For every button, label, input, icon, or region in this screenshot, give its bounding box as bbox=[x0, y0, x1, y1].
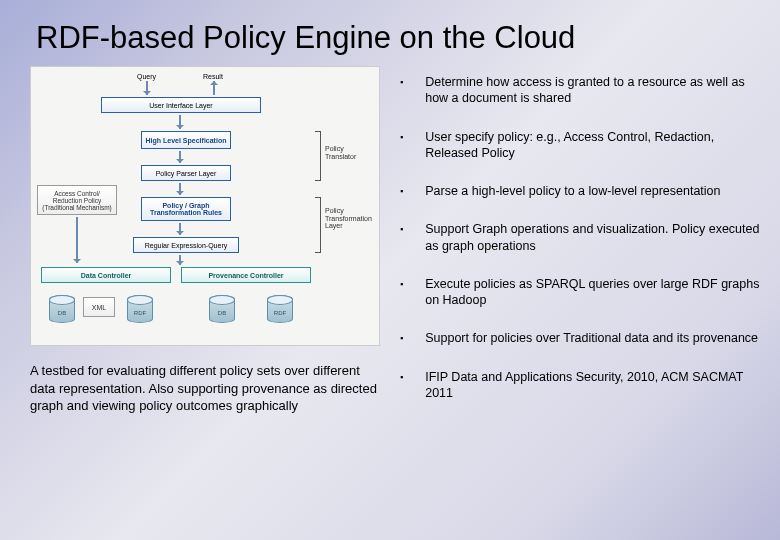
label-policy-transform: Policy Transformation Layer bbox=[325, 207, 375, 230]
content-area: Query Result User Interface Layer High L… bbox=[0, 66, 780, 423]
bullet-icon: ▪ bbox=[400, 129, 403, 162]
right-column: ▪Determine how access is granted to a re… bbox=[400, 66, 760, 423]
bracket-translator bbox=[315, 131, 321, 181]
list-item: ▪Support for policies over Traditional d… bbox=[400, 330, 760, 346]
bullet-text: IFIP Data and Applications Security, 201… bbox=[425, 369, 760, 402]
query-label: Query bbox=[137, 73, 156, 80]
arrow-hls-parser bbox=[179, 151, 181, 163]
list-item: ▪User specify policy: e.g., Access Contr… bbox=[400, 129, 760, 162]
bullet-text: Support Graph operations and visualizati… bbox=[425, 221, 760, 254]
regex-query-box: Regular Expression-Query bbox=[133, 237, 239, 253]
arrow-query bbox=[146, 81, 148, 95]
list-item: ▪Determine how access is granted to a re… bbox=[400, 74, 760, 107]
data-controller-box: Data Controller bbox=[41, 267, 171, 283]
db2-cyl: DB bbox=[209, 295, 235, 323]
bullet-text: Parse a high-level policy to a low-level… bbox=[425, 183, 720, 199]
bullet-text: Execute policies as SPARQL queries over … bbox=[425, 276, 760, 309]
ui-layer-box: User Interface Layer bbox=[101, 97, 261, 113]
bracket-transform bbox=[315, 197, 321, 253]
list-item: ▪Execute policies as SPARQL queries over… bbox=[400, 276, 760, 309]
rdf1-cyl: RDF bbox=[127, 295, 153, 323]
slide-title: RDF-based Policy Engine on the Cloud bbox=[0, 0, 780, 66]
bullet-icon: ▪ bbox=[400, 369, 403, 402]
bullet-list: ▪Determine how access is granted to a re… bbox=[400, 74, 760, 401]
list-item: ▪Parse a high-level policy to a low-leve… bbox=[400, 183, 760, 199]
bullet-icon: ▪ bbox=[400, 330, 403, 346]
policy-graph-rules-box: Policy / Graph Transformation Rules bbox=[141, 197, 231, 221]
prov-controller-box: Provenance Controller bbox=[181, 267, 311, 283]
label-policy-translator: Policy Translator bbox=[325, 145, 369, 160]
left-column: Query Result User Interface Layer High L… bbox=[30, 66, 380, 423]
db1-cyl: DB bbox=[49, 295, 75, 323]
list-item: ▪Support Graph operations and visualizat… bbox=[400, 221, 760, 254]
bullet-icon: ▪ bbox=[400, 74, 403, 107]
xml-box: XML bbox=[83, 297, 115, 317]
bullet-icon: ▪ bbox=[400, 276, 403, 309]
arrow-rules-regex bbox=[179, 223, 181, 235]
rdf2-cyl: RDF bbox=[267, 295, 293, 323]
arrow-ui-hls bbox=[179, 115, 181, 129]
list-item: ▪IFIP Data and Applications Security, 20… bbox=[400, 369, 760, 402]
arrow-parser-rules bbox=[179, 183, 181, 195]
bullet-text: User specify policy: e.g., Access Contro… bbox=[425, 129, 760, 162]
diagram-caption: A testbed for evaluating different polic… bbox=[30, 362, 380, 415]
bullet-icon: ▪ bbox=[400, 183, 403, 199]
bullet-icon: ▪ bbox=[400, 221, 403, 254]
bullet-text: Determine how access is granted to a res… bbox=[425, 74, 760, 107]
high-level-spec-box: High Level Specification bbox=[141, 131, 231, 149]
arrow-result bbox=[213, 81, 215, 95]
acr-policy-box: Access Control/ Reduction Policy (Tradit… bbox=[37, 185, 117, 215]
policy-parser-box: Policy Parser Layer bbox=[141, 165, 231, 181]
bullet-text: Support for policies over Traditional da… bbox=[425, 330, 758, 346]
arrow-acr-down bbox=[76, 217, 78, 263]
arrow-regex-down bbox=[179, 255, 181, 265]
architecture-diagram: Query Result User Interface Layer High L… bbox=[30, 66, 380, 346]
